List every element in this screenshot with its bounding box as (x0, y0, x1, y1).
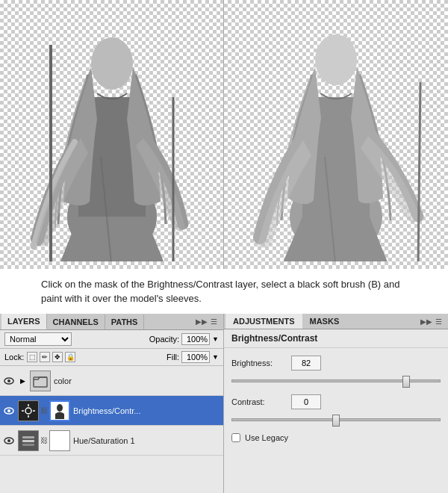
eye-icon-hue[interactable] (3, 435, 15, 447)
contrast-row: Contrast: (231, 394, 441, 409)
layer-name-color: color (54, 376, 220, 385)
lock-fill-row: Lock: ⬚ ✏ ✥ 🔒 Fill: ▼ (0, 349, 223, 366)
svg-point-22 (7, 439, 10, 442)
fill-arrow[interactable]: ▼ (212, 353, 219, 361)
layer-row-hue[interactable]: ⛓ Hue/Saturation 1 (0, 426, 223, 456)
contrast-label: Contrast: (231, 397, 291, 406)
use-legacy-row: Use Legacy (231, 433, 441, 442)
adj-content: Brightness: Contrast: (224, 348, 448, 493)
expand-icon-color[interactable]: ▶ (18, 376, 27, 385)
lock-label: Lock: (4, 353, 24, 362)
blend-opacity-row: Normal Opacity: ▼ (0, 330, 223, 349)
svg-rect-23 (22, 436, 34, 438)
eye-icon-brightness[interactable] (3, 405, 15, 417)
svg-point-20 (57, 404, 63, 412)
figure-right (243, 7, 429, 261)
brightness-slider-thumb[interactable] (402, 376, 410, 388)
bottom-panels: LAYERS CHANNELS PATHS ▶▶ ☰ Normal Opacit… (0, 314, 448, 493)
canvas-right (224, 0, 448, 269)
canvas-area (0, 0, 448, 269)
contrast-value[interactable] (291, 394, 321, 409)
brightness-row: Brightness: (231, 356, 441, 370)
adj-forward-icon[interactable]: ▶▶ (420, 317, 432, 326)
panel-menu-icons: ▶▶ ☰ (191, 314, 222, 329)
svg-point-13 (7, 409, 10, 412)
brightness-value[interactable] (291, 356, 321, 370)
layer-row-color[interactable]: ▶ color (0, 366, 223, 396)
layer-thumb-hue (18, 430, 39, 451)
fill-control: Fill: ▼ (167, 351, 219, 363)
layer-thumb-adjustment (18, 400, 39, 421)
lock-position-icon[interactable]: ✥ (52, 352, 63, 362)
description-text: Click on the mask of the Brightness/Cont… (0, 269, 448, 314)
layers-list: ▶ color (0, 366, 223, 493)
adj-tabs: ADJUSTMENTS MASKS ▶▶ ☰ (224, 314, 448, 329)
adj-tab-icons: ▶▶ ☰ (416, 314, 447, 329)
opacity-arrow[interactable]: ▼ (212, 335, 219, 343)
svg-point-14 (25, 408, 31, 414)
tab-paths[interactable]: PATHS (105, 314, 145, 329)
tab-channels[interactable]: CHANNELS (47, 314, 105, 329)
description-content: Click on the mask of the Brightness/Cont… (41, 277, 407, 306)
svg-point-10 (7, 379, 10, 382)
use-legacy-checkbox[interactable] (231, 433, 240, 442)
contrast-slider-area (231, 418, 441, 421)
layers-tabs: LAYERS CHANNELS PATHS ▶▶ ☰ (0, 314, 223, 330)
layer-thumb-folder (30, 370, 51, 391)
svg-rect-25 (22, 444, 34, 446)
svg-line-8 (418, 82, 420, 261)
opacity-label: Opacity: (149, 335, 179, 344)
svg-rect-24 (22, 440, 34, 442)
adj-menu-icon[interactable]: ☰ (435, 317, 442, 326)
tab-adjustments[interactable]: ADJUSTMENTS (225, 314, 302, 329)
contrast-slider-track[interactable] (231, 418, 441, 421)
brightness-slider-track[interactable] (231, 379, 441, 382)
chain-icon: ⛓ (40, 406, 48, 415)
panel-forward-icon[interactable]: ▶▶ (196, 317, 208, 326)
brightness-label: Brightness: (231, 359, 291, 368)
layer-thumb-mask-hue (49, 430, 70, 451)
tab-layers[interactable]: LAYERS (1, 314, 47, 329)
canvas-left (0, 0, 224, 269)
eye-icon-color[interactable] (3, 375, 15, 387)
lock-image-icon[interactable]: ✏ (40, 352, 50, 362)
chain-icon-hue: ⛓ (40, 436, 48, 444)
blend-mode-select[interactable]: Normal (4, 332, 72, 346)
layer-thumbs-hue: ⛓ (18, 430, 70, 451)
tab-masks[interactable]: MASKS (302, 314, 347, 329)
layer-thumbs-color (30, 370, 51, 391)
svg-rect-11 (34, 377, 47, 387)
svg-point-7 (315, 34, 357, 85)
adjustments-panel: ADJUSTMENTS MASKS ▶▶ ☰ Brightness/Contra… (224, 314, 448, 493)
fill-label: Fill: (167, 353, 179, 362)
svg-point-2 (91, 37, 133, 90)
contrast-slider-thumb[interactable] (332, 415, 340, 427)
use-legacy-label: Use Legacy (245, 433, 288, 442)
panel-options-icon[interactable]: ☰ (211, 317, 217, 326)
adj-title: Brightness/Contrast (224, 329, 448, 348)
brightness-slider-area (231, 379, 441, 382)
layers-panel: LAYERS CHANNELS PATHS ▶▶ ☰ Normal Opacit… (0, 314, 224, 493)
layer-row-brightness[interactable]: ⛓ Brightness/Contr... (0, 396, 223, 426)
layer-name-brightness: Brightness/Contr... (73, 406, 220, 415)
fill-input[interactable] (181, 351, 210, 363)
layer-name-hue: Hue/Saturation 1 (73, 436, 220, 445)
opacity-control: Opacity: ▼ (149, 333, 219, 345)
opacity-input[interactable] (181, 333, 210, 345)
lock-icons: ⬚ ✏ ✥ 🔒 (27, 352, 75, 362)
lock-transparent-icon[interactable]: ⬚ (27, 352, 37, 362)
layer-thumb-mask (49, 400, 70, 421)
figure-left (22, 7, 202, 261)
layer-thumbs-brightness: ⛓ (18, 400, 70, 421)
lock-all-icon[interactable]: 🔒 (65, 352, 75, 362)
